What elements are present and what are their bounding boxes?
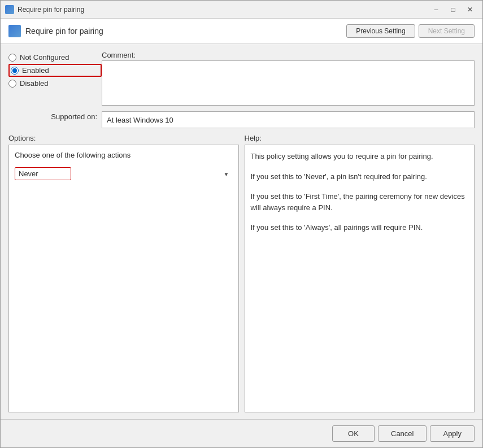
options-title: Options:: [8, 134, 239, 142]
help-paragraph: This policy setting allows you to requir…: [251, 151, 469, 162]
comment-section: Comment:: [102, 51, 475, 106]
disabled-option[interactable]: Disabled: [8, 79, 102, 88]
enabled-option[interactable]: Enabled: [8, 64, 102, 77]
main-content: Not Configured Enabled Disabled Comment:…: [1, 44, 482, 419]
cancel-button[interactable]: Cancel: [378, 425, 427, 442]
enabled-radio[interactable]: [11, 67, 19, 75]
apply-button[interactable]: Apply: [430, 425, 475, 442]
supported-section: Supported on: At least Windows 10: [8, 111, 475, 128]
policy-title: Require pin for pairing: [25, 27, 103, 36]
not-configured-option[interactable]: Not Configured: [8, 53, 102, 62]
supported-label: Supported on:: [8, 111, 102, 121]
navigation-buttons: Previous Setting Next Setting: [346, 24, 475, 38]
header-left: Require pin for pairing: [8, 25, 103, 37]
help-paragraph: If you set this to 'Never', a pin isn't …: [251, 171, 469, 182]
dropdown-arrow-icon: ▼: [224, 171, 229, 177]
title-bar: Require pin for pairing – □ ✕: [1, 1, 482, 19]
radio-group: Not Configured Enabled Disabled: [8, 51, 102, 106]
policy-icon: [8, 25, 21, 37]
options-description: Choose one of the following actions: [15, 151, 233, 159]
help-panel: Help: This policy setting allows you to …: [245, 134, 475, 412]
app-icon: [5, 5, 14, 14]
dialog-footer: OK Cancel Apply: [1, 419, 482, 447]
next-setting-button[interactable]: Next Setting: [419, 24, 475, 38]
comment-label: Comment:: [102, 51, 475, 59]
supported-value: At least Windows 10: [102, 111, 475, 128]
panels-section: Options: Choose one of the following act…: [8, 134, 475, 412]
disabled-radio[interactable]: [8, 80, 16, 88]
top-section: Not Configured Enabled Disabled Comment:: [8, 51, 475, 106]
options-content: Choose one of the following actions Neve…: [8, 145, 239, 412]
not-configured-radio[interactable]: [8, 54, 16, 62]
maximize-button[interactable]: □: [445, 3, 461, 16]
help-paragraph: If you set this to 'Always', all pairing…: [251, 222, 469, 233]
minimize-button[interactable]: –: [428, 3, 444, 16]
window-controls: – □ ✕: [428, 3, 478, 16]
help-content: This policy setting allows you to requir…: [245, 145, 475, 412]
comment-textarea[interactable]: [102, 60, 475, 106]
ok-button[interactable]: OK: [332, 425, 375, 442]
disabled-label: Disabled: [20, 79, 49, 88]
action-dropdown-wrapper: Never First Time Always ▼: [15, 167, 233, 180]
not-configured-label: Not Configured: [20, 53, 69, 62]
window-title: Require pin for pairing: [18, 6, 428, 14]
dialog-header: Require pin for pairing Previous Setting…: [1, 19, 482, 44]
enabled-label: Enabled: [22, 66, 49, 75]
close-button[interactable]: ✕: [462, 3, 478, 16]
options-panel: Options: Choose one of the following act…: [8, 134, 239, 412]
help-title: Help:: [245, 134, 475, 142]
previous-setting-button[interactable]: Previous Setting: [346, 24, 415, 38]
main-window: Require pin for pairing – □ ✕ Require pi…: [0, 0, 483, 448]
action-dropdown[interactable]: Never First Time Always: [15, 167, 71, 180]
help-paragraph: If you set this to 'First Time', the pai…: [251, 191, 469, 213]
